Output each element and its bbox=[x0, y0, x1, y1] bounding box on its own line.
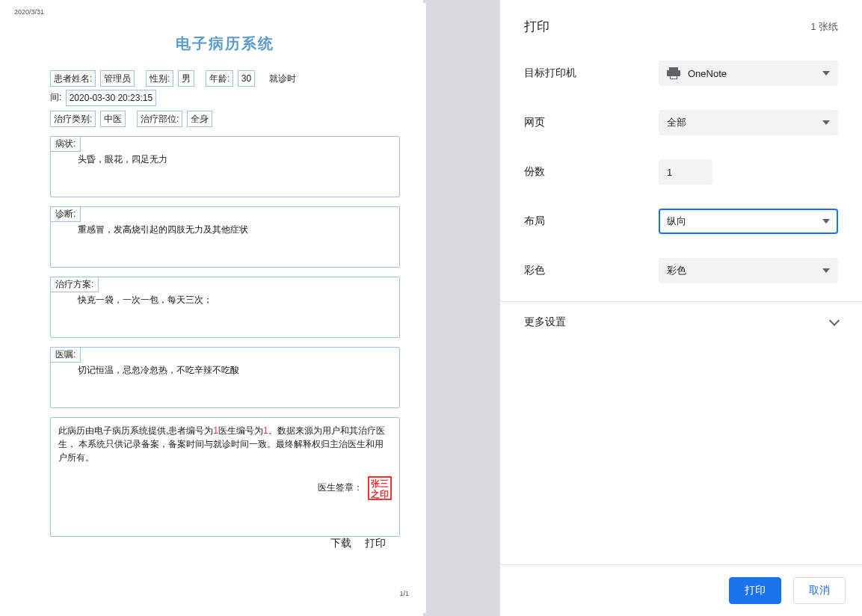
doc-actions: 下载 打印 bbox=[320, 537, 386, 550]
copies-value: 1 bbox=[667, 167, 672, 178]
color-select[interactable]: 彩色 bbox=[659, 258, 838, 283]
chevron-down-icon bbox=[822, 71, 830, 76]
patient-row-1: 患者姓名: 管理员 性别: 男 年龄: 30 就诊时 bbox=[50, 70, 400, 87]
label-pages: 网页 bbox=[524, 116, 659, 129]
preview-gutter bbox=[423, 0, 499, 616]
print-panel: 打印 1 张纸 目标打印机 OneNote 网 bbox=[500, 0, 862, 616]
more-settings-row[interactable]: 更多设置 bbox=[500, 301, 862, 329]
section-order-text: 切记恒温，忌忽冷忽热，不吃辛辣不吃酸 bbox=[51, 348, 399, 384]
footnote-text: 此病历由电子病历系统提供,患者编号为1医生编号为1。数据来源为用户和其治疗医生，… bbox=[58, 424, 392, 464]
cancel-button[interactable]: 取消 bbox=[793, 577, 846, 604]
doc-download-link[interactable]: 下载 bbox=[330, 537, 351, 549]
value-patient-name: 管理员 bbox=[100, 70, 135, 87]
color-value: 彩色 bbox=[667, 264, 686, 277]
row-color: 彩色 彩色 bbox=[524, 246, 838, 295]
print-page-count: 1 张纸 bbox=[810, 20, 838, 34]
row-layout: 布局 纵向 bbox=[524, 197, 838, 246]
value-part: 全身 bbox=[187, 111, 212, 127]
printer-icon bbox=[667, 67, 680, 79]
chevron-down-icon bbox=[822, 268, 830, 273]
print-panel-title: 打印 bbox=[524, 18, 549, 35]
patient-row-1b: 间: 2020-03-30 20:23:15 bbox=[50, 90, 400, 106]
section-plan: 治疗方案: 快克一袋，一次一包，每天三次； bbox=[50, 277, 400, 338]
destination-value: OneNote bbox=[688, 68, 727, 79]
label-copies: 份数 bbox=[524, 165, 659, 179]
label-gender: 性别: bbox=[146, 70, 173, 87]
print-panel-header: 打印 1 张纸 bbox=[500, 0, 862, 49]
section-symptom: 病状: 头昏，眼花，四足无力 bbox=[50, 136, 400, 197]
signature-row: 医生签章： 张三之印 bbox=[58, 476, 392, 500]
copies-input[interactable]: 1 bbox=[659, 159, 712, 185]
section-plan-text: 快克一袋，一次一包，每天三次； bbox=[51, 277, 399, 314]
layout-value: 纵向 bbox=[667, 215, 686, 228]
label-category: 治疗类别: bbox=[50, 111, 96, 127]
value-gender: 男 bbox=[178, 70, 194, 87]
section-diagnosis-label: 诊断: bbox=[50, 206, 81, 222]
more-settings-label: 更多设置 bbox=[524, 315, 566, 329]
signature-label: 医生签章： bbox=[318, 482, 363, 493]
print-panel-footer: 打印 取消 bbox=[500, 564, 862, 616]
section-footnote: 此病历由电子病历系统提供,患者编号为1医生编号为1。数据来源为用户和其治疗医生，… bbox=[50, 417, 400, 537]
section-symptom-text: 头昏，眼花，四足无力 bbox=[51, 137, 399, 173]
chevron-down-icon bbox=[829, 315, 840, 326]
label-destination: 目标打印机 bbox=[524, 67, 659, 80]
section-order: 医嘱: 切记恒温，忌忽冷忽热，不吃辛辣不吃酸 bbox=[50, 347, 400, 408]
pages-select[interactable]: 全部 bbox=[659, 110, 838, 135]
section-symptom-label: 病状: bbox=[50, 136, 81, 152]
patient-row-2: 治疗类别: 中医 治疗部位: 全身 bbox=[50, 111, 400, 127]
doctor-stamp: 张三之印 bbox=[368, 476, 392, 500]
doc-title: 电子病历系统 bbox=[50, 34, 400, 54]
section-diagnosis-text: 重感冒，发高烧引起的四肢无力及其他症状 bbox=[51, 207, 399, 244]
print-preview-pane: 2020/3/31 电子病历系统 患者姓名: 管理员 性别: 男 年龄: 30 … bbox=[0, 0, 500, 616]
preview-page: 2020/3/31 电子病历系统 患者姓名: 管理员 性别: 男 年龄: 30 … bbox=[4, 3, 426, 613]
chevron-down-icon bbox=[822, 219, 830, 224]
section-order-label: 医嘱: bbox=[50, 347, 81, 363]
label-part: 治疗部位: bbox=[137, 111, 182, 127]
value-visit-time: 2020-03-30 20:23:15 bbox=[66, 90, 156, 106]
section-plan-label: 治疗方案: bbox=[50, 277, 99, 292]
doc-print-link[interactable]: 打印 bbox=[365, 537, 386, 549]
label-visit-time-2: 间: bbox=[50, 92, 63, 102]
preview-page-counter: 1/1 bbox=[399, 590, 409, 597]
section-diagnosis: 诊断: 重感冒，发高烧引起的四肢无力及其他症状 bbox=[50, 206, 400, 268]
label-visit-time-1: 就诊时 bbox=[266, 71, 299, 86]
label-age: 年龄: bbox=[206, 70, 233, 87]
value-age: 30 bbox=[238, 70, 255, 87]
print-button[interactable]: 打印 bbox=[729, 577, 781, 604]
label-layout: 布局 bbox=[524, 215, 659, 228]
preview-header-date: 2020/3/31 bbox=[14, 8, 44, 16]
pages-value: 全部 bbox=[667, 116, 686, 129]
value-category: 中医 bbox=[100, 111, 126, 127]
label-color: 彩色 bbox=[524, 264, 659, 277]
row-copies: 份数 1 bbox=[524, 147, 838, 197]
row-destination: 目标打印机 OneNote bbox=[524, 49, 838, 98]
destination-select[interactable]: OneNote bbox=[659, 61, 838, 86]
chevron-down-icon bbox=[822, 120, 830, 125]
row-pages: 网页 全部 bbox=[524, 98, 838, 147]
label-patient-name: 患者姓名: bbox=[50, 70, 96, 87]
layout-select[interactable]: 纵向 bbox=[659, 209, 838, 234]
